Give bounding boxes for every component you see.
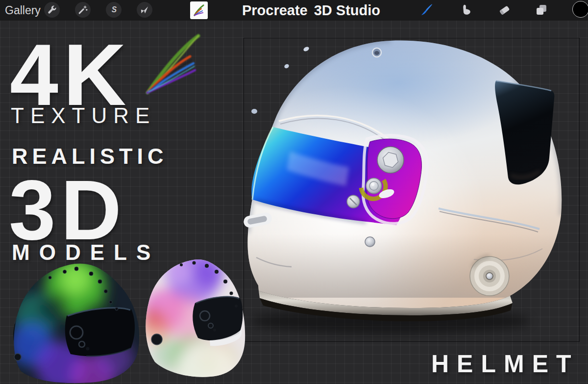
page: { "topbar": { "gallery_label": "Gallery"…: [0, 0, 588, 384]
selection-s-icon: S: [108, 4, 119, 15]
color-swatch-button[interactable]: [572, 1, 588, 18]
app-title: Procreate3D Studio: [211, 0, 412, 21]
headline-texture: TEXTURE: [11, 105, 156, 127]
selection-button[interactable]: S: [106, 2, 122, 18]
adjustments-button[interactable]: [75, 2, 91, 18]
transform-button[interactable]: [137, 2, 152, 18]
paint-brush-icon: [419, 2, 434, 17]
side-vent: [470, 256, 509, 296]
transform-arrow-icon: [139, 4, 150, 15]
layers-button[interactable]: [533, 1, 550, 18]
brush-button[interactable]: [418, 1, 435, 18]
svg-text:S: S: [112, 5, 117, 14]
gallery-button[interactable]: Gallery: [5, 0, 41, 21]
main-helmet-illustration: [244, 38, 580, 342]
small-helmet-left-illustration: [2, 261, 144, 384]
procreate-logo[interactable]: [190, 1, 208, 19]
wrench-icon: [47, 4, 57, 15]
topbar: Gallery S Procreate3D Studio: [0, 0, 588, 21]
footer-helmet-label: HELMET: [431, 352, 579, 376]
actions-button[interactable]: [44, 2, 60, 18]
small-helmet-right-illustration: [135, 258, 247, 384]
smudge-finger-icon: [460, 3, 473, 17]
eraser-button[interactable]: [496, 1, 513, 18]
headline-3d: 3D: [9, 168, 126, 252]
layers-icon: [535, 3, 548, 17]
app-title-doc: 3D Studio: [314, 2, 380, 18]
brush-swoosh-icon: [143, 33, 202, 97]
smudge-button[interactable]: [458, 1, 475, 18]
app-title-app: Procreate: [242, 2, 308, 18]
eraser-icon: [497, 3, 511, 17]
magic-wand-icon: [77, 4, 88, 15]
procreate-logo-swoosh-icon: [193, 4, 205, 17]
